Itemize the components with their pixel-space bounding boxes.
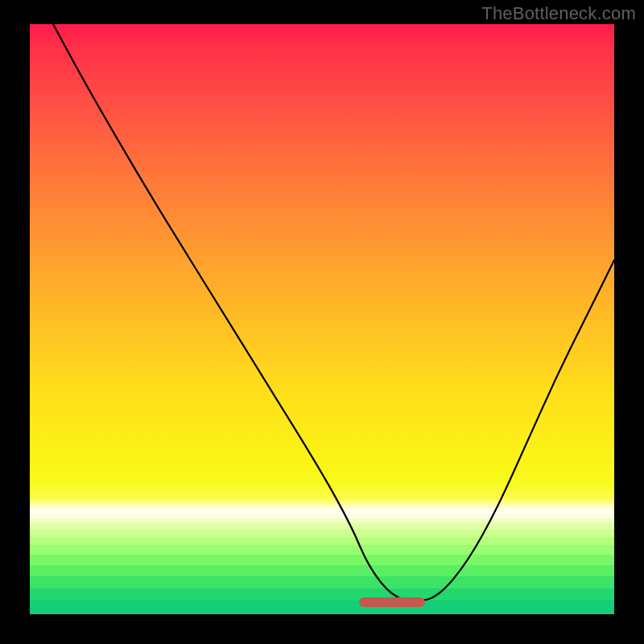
bottleneck-curve-path — [53, 24, 614, 601]
optimal-range-marker — [359, 597, 424, 607]
app-frame: TheBottleneck.com — [0, 0, 644, 644]
watermark-text: TheBottleneck.com — [481, 3, 636, 24]
plot-area — [30, 24, 614, 614]
chart-svg — [30, 24, 614, 614]
